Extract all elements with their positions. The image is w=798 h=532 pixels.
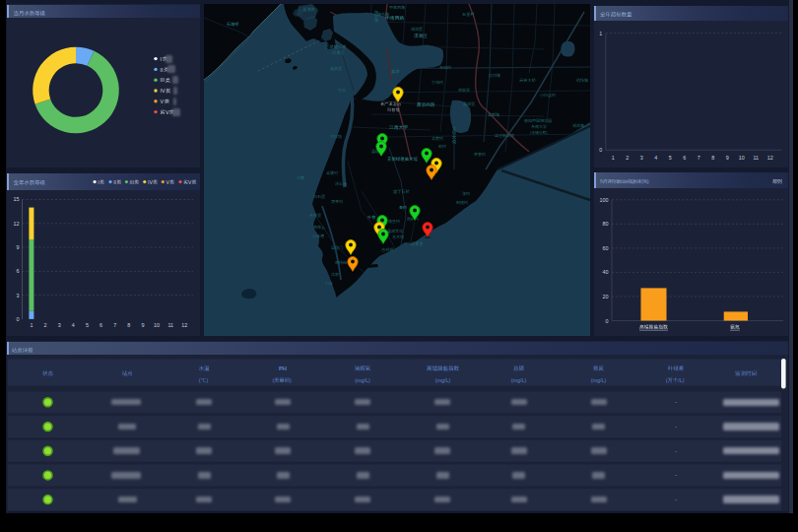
- svg-text:-: -: [675, 448, 677, 454]
- svg-text:II: II: [113, 179, 116, 185]
- svg-text:II: II: [161, 67, 164, 73]
- svg-text:-: -: [675, 472, 677, 478]
- svg-text:IV: IV: [161, 88, 166, 94]
- svg-text:III: III: [130, 179, 134, 185]
- svg-text:7: 7: [113, 322, 116, 328]
- svg-text:(: (: [199, 377, 201, 383]
- svg-text:100: 100: [600, 197, 609, 203]
- svg-text:(mg/L): (mg/L): [591, 377, 607, 383]
- svg-text:1: 1: [30, 322, 33, 328]
- svg-text:IV: IV: [148, 179, 153, 185]
- svg-text:7: 7: [698, 155, 700, 161]
- svg-text:80: 80: [603, 221, 609, 227]
- svg-text:(: (: [272, 377, 274, 383]
- svg-text:PH: PH: [279, 366, 287, 371]
- svg-text:(mg/L): (mg/L): [511, 377, 527, 383]
- svg-text:3: 3: [17, 293, 20, 299]
- svg-text:15: 15: [14, 196, 20, 202]
- svg-text:10: 10: [154, 322, 160, 328]
- svg-text:9: 9: [17, 244, 20, 250]
- svg-text:8: 8: [127, 322, 130, 328]
- svg-text:12: 12: [181, 322, 187, 328]
- svg-text:3: 3: [58, 322, 61, 328]
- svg-text:I: I: [161, 56, 163, 62]
- svg-text:11: 11: [167, 322, 173, 328]
- svg-text:(mg/L): (mg/L): [435, 377, 451, 383]
- svg-text:0: 0: [17, 316, 20, 322]
- svg-text:): ): [290, 377, 292, 383]
- svg-text:V: V: [166, 109, 169, 115]
- svg-text:9: 9: [726, 155, 729, 161]
- svg-text:12: 12: [14, 221, 20, 227]
- svg-text:(%): (%): [641, 179, 649, 184]
- svg-text:12: 12: [767, 155, 773, 161]
- svg-text:6: 6: [100, 322, 102, 328]
- svg-text:1: 1: [599, 31, 602, 36]
- svg-text:-: -: [675, 424, 677, 430]
- svg-text:I: I: [98, 179, 99, 185]
- svg-text:9: 9: [141, 322, 144, 328]
- svg-text:5: 5: [86, 322, 89, 328]
- svg-text:0: 0: [599, 147, 602, 153]
- svg-text:/L): /L): [678, 377, 684, 383]
- svg-text:10: 10: [739, 155, 745, 161]
- svg-text:8: 8: [711, 155, 714, 161]
- svg-text:11: 11: [753, 155, 759, 161]
- svg-text:4: 4: [72, 322, 75, 328]
- svg-text:(mg/L): (mg/L): [355, 377, 370, 383]
- svg-text:V: V: [166, 179, 170, 185]
- svg-text:6: 6: [17, 268, 20, 274]
- svg-text:40: 40: [603, 269, 609, 275]
- svg-text:2: 2: [626, 155, 629, 161]
- svg-text:V: V: [188, 179, 192, 185]
- svg-text:4: 4: [654, 155, 657, 161]
- svg-text:): ): [207, 377, 209, 383]
- svg-text:(: (: [666, 377, 668, 383]
- svg-text:60: 60: [603, 245, 609, 251]
- svg-text:-: -: [675, 497, 677, 502]
- svg-text:V: V: [161, 99, 165, 104]
- svg-text:III: III: [161, 77, 166, 83]
- svg-text:1: 1: [612, 155, 615, 161]
- svg-text:3: 3: [640, 155, 643, 161]
- svg-text:5: 5: [669, 155, 672, 161]
- svg-text:-: -: [675, 399, 677, 405]
- svg-text:0: 0: [606, 318, 609, 324]
- svg-text:2: 2: [44, 322, 47, 328]
- svg-text:20: 20: [603, 294, 609, 299]
- svg-text:6: 6: [683, 155, 686, 161]
